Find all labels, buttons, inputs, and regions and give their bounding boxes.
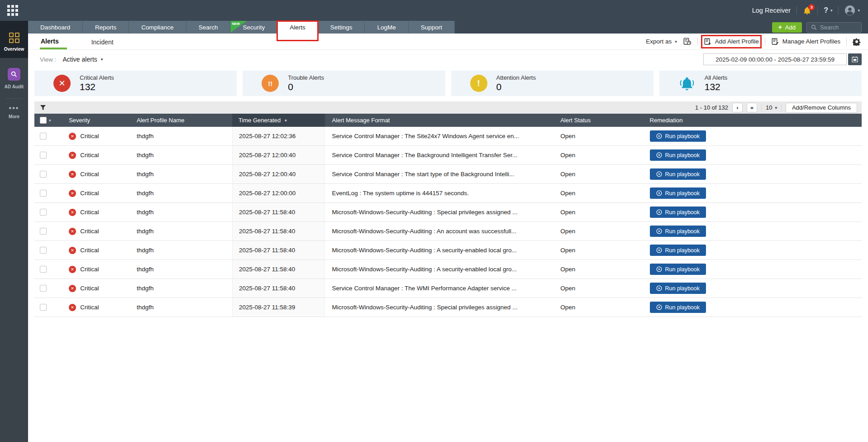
table-row: ✕ Critical thdgfh 2025-08-27 11:58:40 Mi… — [34, 203, 862, 222]
alerts-table: ▾ Severity Alert Profile Name Time Gener… — [34, 114, 862, 317]
run-playbook-button[interactable]: Run playbook — [650, 207, 706, 218]
tab-reports[interactable]: Reports — [83, 21, 129, 34]
run-playbook-label: Run playbook — [665, 285, 700, 292]
tab-dashboard[interactable]: Dashboard — [28, 21, 83, 34]
tab-compliance[interactable]: Compliance — [129, 21, 186, 34]
schedule-report-icon[interactable] — [683, 37, 692, 46]
row-checkbox[interactable] — [40, 285, 47, 292]
alert-status-value[interactable]: Open — [553, 285, 642, 292]
sidebar-item-ad-audit[interactable]: AD Audit — [5, 68, 24, 89]
critical-severity-icon: ✕ — [69, 304, 76, 311]
run-playbook-button[interactable]: Run playbook — [650, 187, 706, 199]
date-range-value[interactable]: 2025-02-09 00:00:00 - 2025-08-27 23:59:5… — [703, 53, 847, 65]
row-checkbox[interactable] — [40, 171, 47, 178]
play-icon — [656, 152, 662, 158]
tab-search[interactable]: Search — [186, 21, 231, 34]
page-size-dropdown[interactable]: 10 ▾ — [766, 104, 777, 111]
filter-funnel-icon[interactable] — [40, 105, 46, 111]
row-checkbox[interactable] — [40, 152, 47, 159]
row-checkbox[interactable] — [40, 247, 47, 254]
alert-status-value[interactable]: Open — [553, 228, 642, 235]
alert-status-value[interactable]: Open — [553, 209, 642, 216]
alert-message-value: Microsoft-Windows-Security-Auditing : Sp… — [325, 304, 553, 311]
critical-severity-icon: ✕ — [69, 228, 76, 235]
card-attention-alerts[interactable]: ! Attention Alerts 0 — [451, 71, 653, 96]
subtab-alerts[interactable]: Alerts — [40, 34, 67, 49]
critical-severity-icon: ✕ — [69, 247, 76, 254]
tab-settings[interactable]: Settings — [318, 21, 365, 34]
header-time-generated[interactable]: Time Generated ▾ — [232, 114, 325, 127]
run-playbook-button[interactable]: Run playbook — [650, 264, 706, 275]
run-playbook-button[interactable]: Run playbook — [650, 149, 706, 161]
header-alert-status[interactable]: Alert Status — [553, 117, 642, 124]
select-options-caret-icon[interactable]: ▾ — [49, 118, 51, 123]
run-playbook-button[interactable]: Run playbook — [650, 130, 706, 142]
tab-security[interactable]: NEW Security — [230, 21, 277, 34]
critical-severity-icon: ✕ — [69, 133, 76, 140]
row-checkbox[interactable] — [40, 190, 47, 197]
alert-message-value: Service Control Manager : The start type… — [325, 171, 553, 178]
header-alert-message-format[interactable]: Alert Message Format — [325, 117, 553, 124]
notification-count-badge: 3 — [808, 4, 815, 10]
alert-status-value[interactable]: Open — [553, 247, 642, 254]
play-icon — [656, 285, 662, 291]
card-critical-alerts[interactable]: ✕ Critical Alerts 132 — [34, 71, 237, 96]
run-playbook-button[interactable]: Run playbook — [650, 245, 706, 256]
time-generated-value: 2025-08-27 11:58:40 — [232, 241, 325, 259]
manage-alert-profiles-button[interactable]: Manage Alert Profiles — [771, 38, 840, 46]
table-row: ✕ Critical thdgfh 2025-08-27 11:58:39 Mi… — [34, 298, 862, 317]
date-range-picker[interactable]: 2025-02-09 00:00:00 - 2025-08-27 23:59:5… — [703, 53, 862, 65]
divider — [6, 98, 22, 99]
alert-status-value[interactable]: Open — [553, 171, 642, 178]
alert-status-value[interactable]: Open — [553, 266, 642, 273]
view-dropdown[interactable]: Active alerts ▾ — [63, 56, 103, 63]
calendar-icon[interactable] — [848, 53, 862, 65]
row-checkbox[interactable] — [40, 133, 47, 139]
alert-status-value[interactable]: Open — [553, 304, 642, 311]
chevron-down-icon: ▾ — [830, 8, 833, 13]
add-alert-profile-button[interactable]: Add Alert Profile — [704, 38, 759, 46]
search-input[interactable] — [820, 24, 856, 31]
header-severity[interactable]: Severity — [62, 117, 130, 124]
app-launcher-icon[interactable] — [7, 5, 18, 16]
next-page-button[interactable]: › — [732, 103, 743, 112]
notifications-bell-icon[interactable]: 3 — [803, 6, 811, 15]
all-alerts-bell-icon — [678, 75, 696, 91]
severity-value: Critical — [80, 266, 99, 273]
alert-status-value[interactable]: Open — [553, 190, 642, 197]
run-playbook-button[interactable]: Run playbook — [650, 226, 706, 237]
row-checkbox[interactable] — [40, 266, 47, 273]
run-playbook-button[interactable]: Run playbook — [650, 168, 706, 180]
header-alert-profile-name[interactable]: Alert Profile Name — [130, 117, 232, 124]
add-remove-columns-button[interactable]: Add/Remove Columns — [786, 103, 857, 113]
sidebar-item-overview[interactable]: Overview — [0, 21, 28, 58]
global-search[interactable] — [806, 22, 862, 33]
divider — [838, 6, 839, 15]
tab-logme[interactable]: LogMe — [365, 21, 408, 34]
user-menu[interactable]: ▾ — [844, 5, 860, 16]
help-menu[interactable]: ? ▾ — [824, 6, 832, 14]
tab-alerts[interactable]: Alerts — [277, 21, 318, 34]
alert-status-value[interactable]: Open — [553, 152, 642, 159]
row-checkbox[interactable] — [40, 228, 47, 235]
select-all-checkbox[interactable] — [40, 117, 47, 124]
severity-value: Critical — [80, 304, 99, 311]
settings-gear-icon[interactable] — [853, 38, 861, 46]
export-as-dropdown[interactable]: Export as ▾ — [646, 38, 677, 45]
row-checkbox[interactable] — [40, 209, 47, 216]
row-checkbox[interactable] — [40, 304, 47, 311]
card-trouble-alerts[interactable]: !! Trouble Alerts 0 — [243, 71, 445, 96]
time-generated-value: 2025-08-27 11:58:40 — [232, 279, 325, 298]
tab-support[interactable]: Support — [409, 21, 455, 34]
header-remediation[interactable]: Remediation — [643, 117, 862, 124]
alert-status-value[interactable]: Open — [553, 133, 642, 139]
run-playbook-button[interactable]: Run playbook — [650, 283, 706, 294]
add-button[interactable]: + Add — [772, 22, 802, 33]
run-playbook-button[interactable]: Run playbook — [650, 302, 706, 313]
sidebar-item-more[interactable]: ••• More — [9, 106, 19, 119]
subtab-incident[interactable]: Incident — [89, 35, 116, 48]
table-row: ✕ Critical thdgfh 2025-08-27 12:00:40 Se… — [34, 146, 862, 165]
table-row: ✕ Critical thdgfh 2025-08-27 12:00:40 Se… — [34, 165, 862, 184]
last-page-button[interactable]: » — [747, 103, 757, 112]
card-all-alerts[interactable]: All Alerts 132 — [659, 71, 862, 96]
